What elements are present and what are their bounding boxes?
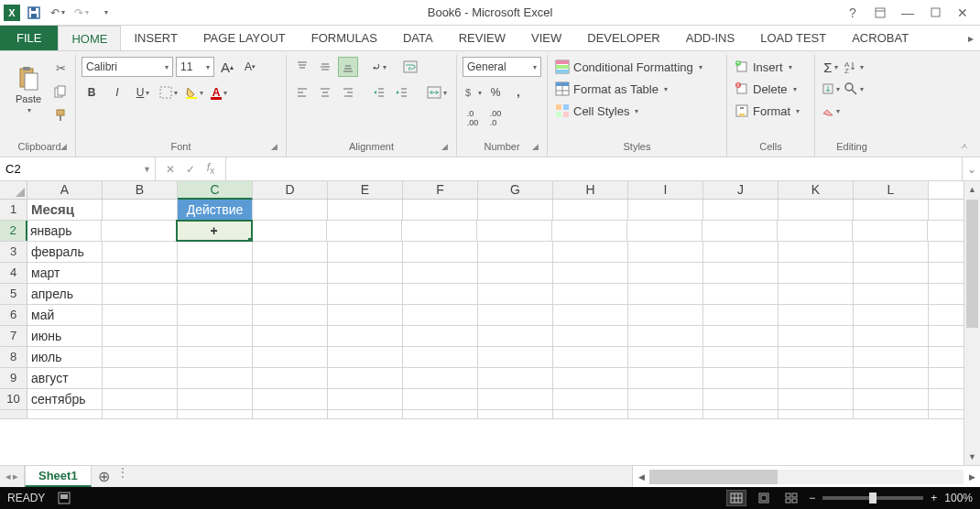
merge-center-icon[interactable]: ▾ xyxy=(423,82,451,103)
row-header[interactable]: 10 xyxy=(0,389,27,409)
cell[interactable] xyxy=(854,389,929,409)
column-header[interactable]: H xyxy=(553,181,628,199)
percent-format-icon[interactable]: % xyxy=(485,82,506,103)
cell[interactable] xyxy=(628,389,703,409)
cell[interactable] xyxy=(328,305,403,325)
cell[interactable] xyxy=(103,242,178,262)
scroll-left-icon[interactable]: ◀ xyxy=(633,472,649,482)
cell[interactable] xyxy=(553,263,628,283)
cell[interactable] xyxy=(628,347,703,367)
zoom-level[interactable]: 100% xyxy=(944,492,973,504)
sheet-prev-icon[interactable]: ◂ xyxy=(5,471,11,482)
cell[interactable] xyxy=(703,284,779,304)
redo-icon[interactable]: ↷▾ xyxy=(71,3,92,23)
tab-file[interactable]: FILE xyxy=(0,26,58,50)
find-select-icon[interactable]: ▾ xyxy=(844,79,864,99)
cell[interactable] xyxy=(703,200,779,220)
cell[interactable] xyxy=(703,326,779,346)
orientation-icon[interactable]: ⤾▾ xyxy=(369,57,389,77)
cell[interactable] xyxy=(553,389,628,409)
number-format-combo[interactable]: General▾ xyxy=(463,57,541,77)
cell[interactable] xyxy=(327,221,402,241)
cell[interactable] xyxy=(253,389,328,409)
row-header[interactable]: 4 xyxy=(0,263,27,283)
align-left-icon[interactable] xyxy=(292,82,312,103)
tab-formulas[interactable]: FORMULAS xyxy=(299,26,390,50)
cell[interactable] xyxy=(553,347,628,367)
column-header[interactable]: L xyxy=(854,181,929,199)
cell[interactable] xyxy=(253,347,328,367)
column-header[interactable]: A xyxy=(27,181,103,199)
column-header[interactable]: B xyxy=(103,181,178,199)
tab-data[interactable]: DATA xyxy=(390,26,446,50)
sheet-split-handle[interactable]: ⋮ xyxy=(117,466,123,487)
row-header[interactable] xyxy=(0,410,27,418)
cell[interactable] xyxy=(328,410,403,418)
insert-cells-button[interactable]: +Insert▾ xyxy=(733,57,794,77)
cell[interactable] xyxy=(854,410,929,418)
minimize-icon[interactable]: — xyxy=(898,3,918,23)
cell[interactable] xyxy=(703,347,779,367)
row-header[interactable]: 3 xyxy=(0,242,27,262)
cell[interactable] xyxy=(853,221,928,241)
column-header[interactable]: G xyxy=(478,181,553,199)
cell[interactable] xyxy=(854,263,929,283)
column-header[interactable]: K xyxy=(779,181,854,199)
cell[interactable] xyxy=(703,263,779,283)
borders-icon[interactable]: ▾ xyxy=(158,82,179,103)
cell[interactable] xyxy=(328,347,403,367)
cell[interactable] xyxy=(403,242,478,262)
tab-review[interactable]: REVIEW xyxy=(446,26,518,50)
cell[interactable] xyxy=(854,200,929,220)
hscroll-thumb[interactable] xyxy=(649,470,778,484)
name-box[interactable]: ▼ xyxy=(0,157,156,180)
cell[interactable]: май xyxy=(27,305,103,325)
align-bottom-icon[interactable] xyxy=(338,57,358,77)
cell[interactable]: апрель xyxy=(27,284,103,304)
cell[interactable] xyxy=(403,389,478,409)
cell[interactable] xyxy=(779,284,854,304)
cell[interactable]: Месяц xyxy=(27,200,103,220)
cell[interactable] xyxy=(553,368,628,388)
format-painter-icon[interactable] xyxy=(51,106,70,125)
cell[interactable] xyxy=(854,347,929,367)
zoom-out-icon[interactable]: − xyxy=(809,492,815,504)
align-right-icon[interactable] xyxy=(338,82,358,103)
cell[interactable] xyxy=(402,221,477,241)
accounting-format-icon[interactable]: $▾ xyxy=(463,82,483,103)
cell[interactable] xyxy=(253,284,328,304)
cell[interactable] xyxy=(103,347,178,367)
comma-format-icon[interactable]: , xyxy=(508,82,528,103)
number-launcher-icon[interactable]: ◢ xyxy=(532,142,543,153)
cell[interactable] xyxy=(478,242,553,262)
insert-function-icon[interactable]: fx xyxy=(201,161,220,176)
copy-icon[interactable] xyxy=(51,82,70,101)
cell[interactable] xyxy=(854,368,929,388)
tab-view[interactable]: VIEW xyxy=(518,26,574,50)
bold-icon[interactable]: B xyxy=(82,82,102,103)
name-box-input[interactable] xyxy=(5,162,149,176)
cancel-formula-icon[interactable]: ✕ xyxy=(161,163,180,176)
scroll-down-icon[interactable]: ▼ xyxy=(964,449,980,465)
cell[interactable]: июнь xyxy=(27,326,103,346)
cell[interactable] xyxy=(628,368,703,388)
cell[interactable] xyxy=(779,263,854,283)
cell[interactable] xyxy=(178,347,253,367)
horizontal-scrollbar[interactable]: ◀ ▶ xyxy=(632,466,980,487)
format-as-table-button[interactable]: Format as Table▾ xyxy=(553,79,670,99)
cell[interactable] xyxy=(178,410,253,418)
cell[interactable] xyxy=(854,326,929,346)
font-color-icon[interactable]: A▾ xyxy=(210,82,230,103)
cell[interactable] xyxy=(178,263,253,283)
row-header[interactable]: 9 xyxy=(0,368,27,388)
decrease-indent-icon[interactable] xyxy=(369,82,389,103)
vscroll-thumb[interactable] xyxy=(966,200,978,328)
cell[interactable]: март xyxy=(27,263,103,283)
close-icon[interactable]: ✕ xyxy=(953,3,973,23)
cell[interactable] xyxy=(178,284,253,304)
scroll-right-icon[interactable]: ▶ xyxy=(964,472,980,482)
delete-cells-button[interactable]: xDelete▾ xyxy=(733,79,799,99)
cell[interactable] xyxy=(854,242,929,262)
cell[interactable] xyxy=(328,389,403,409)
enter-formula-icon[interactable]: ✓ xyxy=(181,163,200,176)
